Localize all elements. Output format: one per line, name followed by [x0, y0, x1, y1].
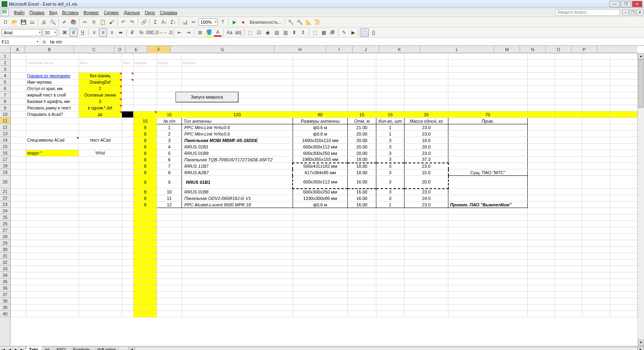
cell-F33[interactable]	[157, 266, 182, 272]
cell-L3[interactable]	[448, 66, 527, 73]
cell-N12[interactable]	[555, 124, 582, 131]
cell-L22[interactable]	[448, 195, 527, 202]
cell-J14[interactable]: 3	[376, 137, 404, 144]
cell-O6[interactable]	[582, 86, 610, 92]
cell-C16[interactable]: %%d	[78, 150, 122, 156]
cell-B30[interactable]	[26, 247, 78, 253]
cell-A26[interactable]	[11, 221, 26, 227]
cell-I29[interactable]	[348, 240, 376, 247]
cell-K17[interactable]: 37.3	[405, 156, 448, 163]
cell-E29[interactable]	[134, 240, 157, 247]
permission-icon[interactable]: 🗂	[28, 18, 36, 26]
row-head-16[interactable]: 16	[0, 150, 10, 156]
cell-E19[interactable]: 8	[134, 169, 157, 176]
menu-file[interactable]: Файл	[11, 9, 27, 16]
run-dialog-icon[interactable]: ▶	[349, 29, 357, 37]
cell-C22[interactable]	[78, 195, 122, 202]
cell-E3[interactable]	[134, 66, 157, 73]
row-head-7[interactable]: 7	[0, 92, 10, 98]
fill-color-icon[interactable]: 🪣	[205, 29, 213, 37]
sheet-tab-Symbols[interactable]: Symbols	[68, 346, 94, 350]
col-head-M[interactable]: M	[494, 46, 520, 53]
row-headers[interactable]: 1234567891011121314151617181920212223242…	[0, 53, 10, 346]
cell-G17[interactable]: Панельная TQB-709016/T172716DE-65FT2	[182, 156, 293, 163]
cell-J28[interactable]	[376, 234, 404, 240]
cell-C11[interactable]	[78, 118, 122, 124]
cell-P27[interactable]	[610, 227, 637, 234]
sort-asc-icon[interactable]: A↓	[160, 18, 168, 26]
cell-C12[interactable]	[78, 124, 122, 131]
cell-A5[interactable]	[11, 79, 26, 86]
cell-K6[interactable]	[405, 86, 448, 92]
cell-P37[interactable]	[610, 292, 637, 298]
properties-icon[interactable]: 🗊	[328, 29, 336, 37]
cell-G34[interactable]	[182, 272, 293, 279]
cell-G6[interactable]	[182, 86, 293, 92]
cell-H3[interactable]	[293, 66, 348, 73]
cell-H13[interactable]: ф0.6 м	[293, 131, 348, 137]
cell-M25[interactable]	[527, 214, 555, 221]
cell-H22[interactable]: 1330х300х86 мм	[293, 195, 348, 202]
cell-D31[interactable]	[122, 253, 134, 259]
cell-B7[interactable]: жирный текст в слой	[26, 92, 78, 99]
cell-B37[interactable]	[26, 292, 78, 298]
cell-G9[interactable]	[182, 105, 293, 111]
cell-C8[interactable]: 3	[78, 99, 122, 105]
cell-E26[interactable]	[134, 221, 157, 227]
cell-C38[interactable]	[78, 298, 122, 305]
cell-L1[interactable]	[448, 54, 527, 60]
cell-M21[interactable]	[527, 189, 555, 195]
cell-B6[interactable]: Отступ от края, мм	[26, 86, 78, 92]
cell-J16[interactable]: 3	[376, 150, 404, 156]
cell-B21[interactable]	[26, 189, 78, 195]
cell-M35[interactable]	[527, 279, 555, 285]
cell-D18[interactable]	[122, 163, 134, 169]
cell-A25[interactable]	[11, 214, 26, 221]
cell-D26[interactable]	[122, 221, 134, 227]
cell-C4[interactable]: Без границ	[78, 73, 122, 79]
cell-F21[interactable]: 10	[157, 189, 182, 195]
cell-D12[interactable]	[122, 124, 134, 131]
cell-O19[interactable]	[582, 169, 610, 176]
cell-N9[interactable]	[555, 105, 582, 111]
cell-N23[interactable]	[555, 202, 582, 208]
cell-P4[interactable]	[610, 73, 637, 79]
italic-icon[interactable]: К	[70, 29, 78, 37]
cell-A19[interactable]	[11, 169, 26, 176]
security-label[interactable]: Безопасность...	[248, 20, 283, 25]
cell-C17[interactable]	[78, 156, 122, 163]
cell-K37[interactable]	[405, 292, 448, 298]
col-head-D[interactable]: D	[114, 46, 126, 53]
cell-P1[interactable]	[610, 54, 637, 60]
cell-M7[interactable]	[527, 92, 555, 99]
cell-L9[interactable]	[448, 105, 527, 111]
col-head-E[interactable]: E	[126, 46, 147, 53]
cell-D11[interactable]	[122, 118, 134, 124]
cell-O2[interactable]	[582, 60, 610, 66]
help-icon[interactable]: ?	[219, 18, 227, 26]
cell-A21[interactable]	[11, 189, 26, 195]
cell-N22[interactable]	[555, 195, 582, 202]
cell-M17[interactable]	[527, 156, 555, 163]
cell-I19[interactable]: 18.00	[348, 169, 376, 176]
cell-H30[interactable]	[293, 247, 348, 253]
tab-prev-icon[interactable]: ◀	[6, 346, 13, 350]
cell-L11[interactable]: Прим.	[448, 118, 527, 124]
cell-O8[interactable]	[582, 99, 610, 105]
row-head-13[interactable]: 13	[0, 130, 10, 137]
row-head-4[interactable]: 4	[0, 72, 10, 79]
cell-F35[interactable]	[157, 279, 182, 285]
cell-C7[interactable]: Основные линии	[78, 92, 122, 99]
cell-A36[interactable]	[11, 285, 26, 292]
cell-F16[interactable]: 5	[157, 150, 182, 156]
cell-I26[interactable]	[348, 221, 376, 227]
cell-P18[interactable]	[610, 163, 637, 169]
cell-N6[interactable]	[555, 86, 582, 92]
cell-L25[interactable]	[448, 214, 527, 221]
col-head-K[interactable]: K	[379, 46, 420, 53]
cell-F23[interactable]: 12	[157, 202, 182, 208]
cell-C40[interactable]	[78, 311, 122, 317]
cell-D20[interactable]	[122, 176, 134, 189]
cell-C23[interactable]	[78, 202, 122, 208]
cell-C20[interactable]	[78, 176, 122, 189]
